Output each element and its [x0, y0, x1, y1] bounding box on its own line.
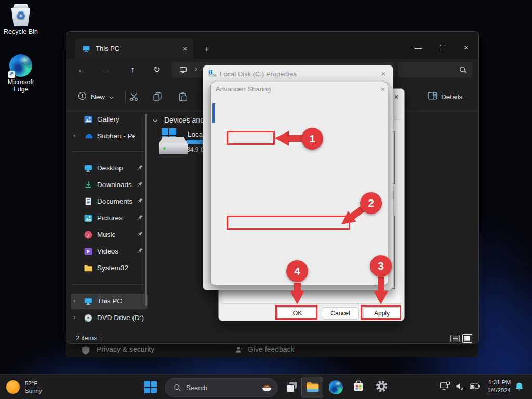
desktop-icon-recycle-bin[interactable]: ♻ Recycle Bin [3, 4, 39, 35]
details-view-icon[interactable] [450, 335, 460, 342]
weather-widget[interactable]: 52°F Sunny [6, 377, 79, 397]
highlight-box-apply [361, 305, 401, 320]
feedback-person-icon [235, 345, 244, 356]
task-view-button[interactable] [282, 377, 302, 397]
dvd-drive-icon [84, 313, 93, 324]
sidebar-item-desktop[interactable]: Desktop [71, 161, 148, 176]
drive-led [163, 147, 166, 150]
paste-icon[interactable] [175, 89, 191, 104]
details-button[interactable]: Details [428, 89, 462, 104]
store-taskbar-button[interactable] [348, 377, 369, 397]
shield-icon [81, 345, 90, 356]
maximize-button[interactable] [431, 40, 454, 56]
background-settings-window: Privacy & security Give feedback [66, 343, 478, 357]
search-box[interactable] [398, 62, 472, 77]
sidebar-item-music[interactable]: ♪ Music [71, 227, 148, 243]
close-icon[interactable]: × [378, 85, 388, 94]
explorer-tab-this-pc[interactable]: This PC × [75, 39, 193, 59]
step-badge-4: 4 [286, 260, 308, 282]
file-explorer-taskbar-button[interactable] [301, 377, 323, 398]
items-count: 2 items [76, 335, 97, 342]
plus-circle-icon [78, 91, 87, 102]
sidebar-item-documents[interactable]: Documents [71, 194, 148, 209]
chevron-down-icon [109, 93, 114, 101]
refresh-icon[interactable]: ↻ [149, 62, 165, 77]
volume-muted-icon [455, 382, 465, 393]
copy-icon[interactable] [149, 89, 166, 104]
give-feedback-label[interactable]: Give feedback [248, 345, 295, 353]
taskbar-search[interactable]: Search [165, 378, 277, 397]
details-pane-icon [428, 91, 437, 102]
shortcut-arrow-icon [8, 71, 15, 78]
pin-icon [136, 197, 143, 206]
tab-close-icon[interactable]: × [180, 44, 190, 54]
music-icon: ♪ [84, 230, 93, 241]
taskbar-clock[interactable]: 1:31 PM 1/4/2024 [475, 379, 511, 394]
sidebar-item-label: System32 [97, 264, 128, 272]
sidebar-item-label: Subhan - Persor [97, 132, 135, 140]
sidebar-item-label: Music [97, 231, 115, 238]
sidebar-item-onedrive[interactable]: › Subhan - Persor [71, 128, 148, 144]
desktop-icon [84, 164, 93, 175]
new-button-label: New [91, 93, 105, 101]
privacy-security-label[interactable]: Privacy & security [97, 345, 154, 353]
new-button[interactable]: New [75, 89, 117, 104]
start-button[interactable] [140, 377, 161, 397]
chevron-right-icon[interactable]: › [73, 131, 75, 139]
system-tray[interactable] [440, 381, 481, 393]
desktop-icon-microsoft-edge[interactable]: Microsoft Edge [3, 54, 39, 93]
sidebar-item-system32[interactable]: System32 [71, 260, 148, 276]
highlight-box-everyone [227, 131, 275, 145]
sidebar-item-this-pc[interactable]: › This PC [71, 294, 148, 309]
sidebar-item-pictures[interactable]: Pictures [71, 210, 148, 226]
videos-icon [84, 247, 93, 258]
taskbar: 52°F Sunny Search [0, 374, 532, 399]
sidebar-item-label: DVD Drive (D:) C [97, 314, 145, 322]
weather-temp: 52°F [25, 380, 42, 387]
pictures-icon [84, 214, 93, 224]
sidebar-item-dvd-drive[interactable]: › DVD Drive (D:) C [71, 310, 148, 326]
edge-taskbar-button[interactable] [325, 377, 346, 397]
sidebar-item-downloads[interactable]: Downloads [71, 177, 148, 193]
weather-condition: Sunny [25, 387, 42, 394]
sidebar-item-videos[interactable]: Videos [71, 244, 148, 259]
breadcrumb-chevron-icon[interactable]: › [195, 64, 197, 73]
status-bar: 2 items [66, 333, 478, 343]
chevron-right-icon[interactable]: › [73, 313, 75, 321]
cut-icon[interactable] [126, 89, 142, 104]
sidebar-scrollbar[interactable] [145, 114, 147, 306]
documents-icon [84, 197, 93, 208]
forward-icon[interactable]: → [98, 62, 114, 77]
step-badge-3: 3 [370, 255, 392, 277]
sidebar-item-label: Videos [97, 247, 118, 255]
close-button[interactable]: × [455, 40, 477, 56]
settings-taskbar-button[interactable] [371, 377, 392, 397]
back-icon[interactable]: ← [74, 62, 89, 77]
dialog-edge-accent [212, 103, 215, 123]
cancel-button-label: Cancel [330, 310, 350, 317]
search-label: Search [186, 384, 207, 392]
clock-time: 1:31 PM [475, 379, 511, 387]
close-icon[interactable]: × [379, 69, 388, 78]
this-pc-monitor-icon [82, 45, 90, 55]
file-explorer-icon [305, 380, 320, 395]
new-tab-button[interactable]: + [201, 43, 213, 56]
dialog-title: Advanced Sharing [216, 85, 271, 93]
chevron-right-icon[interactable]: › [73, 297, 75, 304]
search-icon [174, 384, 181, 392]
highlight-box-full-control [227, 216, 350, 230]
notification-bell-button[interactable] [514, 381, 525, 394]
devices-section-header[interactable]: Devices and [153, 116, 204, 124]
up-icon[interactable]: ↑ [125, 62, 140, 77]
cancel-button[interactable]: Cancel [322, 307, 359, 320]
sidebar-item-label: Documents [97, 197, 132, 205]
sun-icon [6, 380, 20, 394]
sidebar-item-gallery[interactable]: Gallery [71, 112, 148, 127]
windows-logo-icon [144, 381, 157, 393]
desktop: ♻ Recycle Bin Microsoft Edge Privacy & s… [0, 0, 532, 399]
devices-section-label: Devices and [164, 116, 204, 124]
minimize-button[interactable]: — [407, 40, 430, 56]
chevron-down-icon [153, 116, 160, 124]
sidebar-item-label: This PC [97, 297, 122, 305]
thumbnail-view-icon[interactable] [462, 334, 472, 343]
